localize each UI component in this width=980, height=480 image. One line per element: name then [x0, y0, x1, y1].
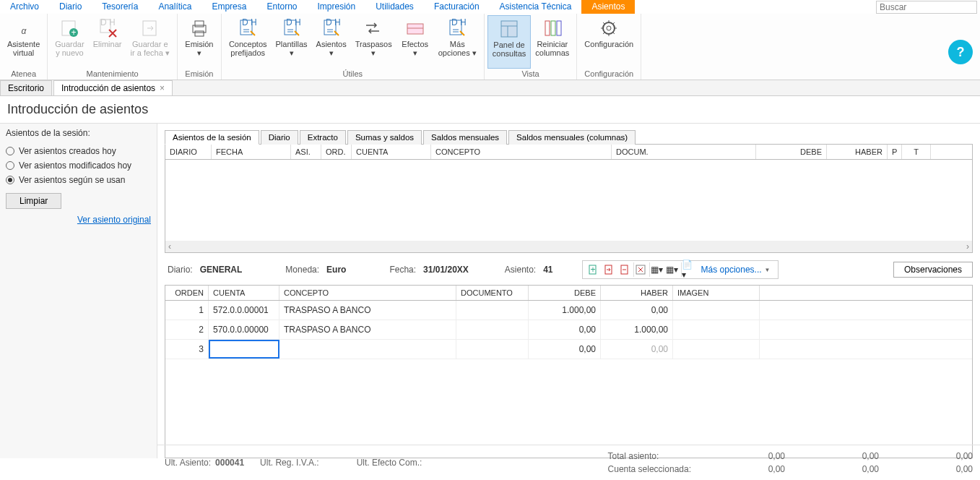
cell-orden[interactable]: 2	[165, 320, 209, 339]
more-options-dropdown[interactable]: Más opciones...▼	[697, 263, 775, 276]
sub-tab[interactable]: Asientos de la sesión	[165, 130, 259, 145]
col-header[interactable]: DIARIO	[165, 145, 212, 159]
ribbon-group-title: Útiles	[225, 69, 481, 80]
ribbon-group-title: Atenea	[3, 69, 44, 80]
grid-opts1-icon[interactable]: ▦▾	[649, 262, 664, 277]
sub-tab[interactable]: Saldos mensuales	[423, 130, 507, 145]
ribbon-reset-cols-button[interactable]: Reiniciar columnas	[531, 15, 573, 69]
cell-imagen[interactable]	[673, 320, 760, 339]
col-header[interactable]: IMAGEN	[673, 286, 760, 300]
cell-docum[interactable]	[456, 320, 529, 339]
cell-cuenta[interactable]	[209, 340, 279, 359]
col-header[interactable]: FECHA	[212, 145, 291, 159]
ribbon-effects-button[interactable]: Efectos ▾	[396, 15, 434, 69]
menu-facturación[interactable]: Facturación	[424, 0, 490, 14]
export-icon[interactable]: 📄▾	[681, 262, 695, 277]
table-row[interactable]: 2570.0.0.00000TRASPASO A BANCO0,001.000,…	[165, 320, 972, 340]
menu-diario[interactable]: Diario	[49, 0, 92, 14]
clear-button[interactable]: Limpiar	[6, 193, 61, 209]
observations-button[interactable]: Observaciones	[893, 262, 973, 278]
ribbon-delete-button: D HEliminar	[89, 15, 126, 69]
ribbon-more-button[interactable]: D HMás opciones ▾	[434, 15, 481, 69]
doc-tab[interactable]: Introducción de asientos×	[53, 80, 173, 95]
cell-concepto[interactable]: TRASPASO A BANCO	[279, 320, 456, 339]
cell-cuenta[interactable]: 570.0.0.00000	[209, 320, 279, 339]
cell-debe[interactable]: 0,00	[529, 320, 601, 339]
radio-option[interactable]: Ver asientos según se usan	[6, 173, 151, 187]
session-grid-body[interactable]	[165, 160, 972, 241]
menu-utilidades[interactable]: Utilidades	[365, 0, 424, 14]
ribbon-alpha-button[interactable]: αAsistente virtual	[3, 15, 44, 69]
menu-archivo[interactable]: Archivo	[0, 0, 49, 14]
cell-haber[interactable]: 1.000,00	[601, 320, 673, 339]
doc-add-icon[interactable]: +	[586, 262, 600, 277]
cell-docum[interactable]	[456, 340, 529, 359]
menu-empresa[interactable]: Empresa	[201, 0, 256, 14]
grid-delete-icon[interactable]	[633, 262, 648, 277]
cell-haber[interactable]: 0,00	[601, 301, 673, 320]
close-icon[interactable]: ×	[160, 83, 165, 93]
col-header[interactable]: CONCEPTO	[279, 286, 456, 300]
horizontal-scrollbar[interactable]: ‹›	[165, 241, 972, 252]
col-header[interactable]: T	[902, 145, 931, 159]
doc-arrow-icon[interactable]	[602, 262, 616, 277]
ribbon-print-button[interactable]: Emisión ▾	[181, 15, 218, 69]
ribbon-transfers-button[interactable]: Traspasos ▾	[351, 15, 396, 69]
cell-concepto[interactable]: TRASPASO A BANCO	[279, 301, 456, 320]
col-header[interactable]: CONCEPTO	[431, 145, 612, 159]
ribbon-label: Efectos ▾	[402, 40, 428, 57]
grid-opts2-icon[interactable]: ▦▾	[665, 262, 680, 277]
search-input[interactable]	[876, 1, 977, 14]
table-row[interactable]: 30,000,00	[165, 340, 972, 359]
col-header[interactable]: P	[888, 145, 902, 159]
col-header[interactable]: HABER	[827, 145, 888, 159]
original-entry-link[interactable]: Ver asiento original	[6, 215, 151, 225]
cell-cuenta[interactable]: 572.0.0.00001	[209, 301, 279, 320]
col-header[interactable]: DEBE	[529, 286, 601, 300]
ribbon-gear-button[interactable]: Configuración	[580, 15, 638, 69]
menu-asientos[interactable]: Asientos	[581, 0, 635, 14]
ribbon-panel-button[interactable]: Panel de consultas	[487, 15, 531, 69]
cell-concepto[interactable]	[279, 340, 456, 359]
col-header[interactable]: ASI.	[291, 145, 321, 159]
table-row[interactable]: 1572.0.0.00001TRASPASO A BANCO1.000,000,…	[165, 301, 972, 320]
col-header[interactable]: CUENTA	[352, 145, 431, 159]
radio-option[interactable]: Ver asientos creados hoy	[6, 144, 151, 158]
menu-analítica[interactable]: Analítica	[148, 0, 201, 14]
help-icon[interactable]: ?	[948, 40, 973, 64]
doc-tab-label: Escritorio	[8, 83, 44, 93]
ribbon-entries-button[interactable]: D HAsientos ▾	[312, 15, 351, 69]
sub-tab[interactable]: Sumas y saldos	[347, 130, 422, 145]
entry-lines-body[interactable]: 1572.0.0.00001TRASPASO A BANCO1.000,000,…	[165, 301, 972, 359]
cell-debe[interactable]: 1.000,00	[529, 301, 601, 320]
doc-minus-icon[interactable]	[617, 262, 632, 277]
sidebar-title: Asientos de la sesión:	[6, 128, 151, 138]
cell-debe[interactable]: 0,00	[529, 340, 601, 359]
col-header[interactable]: CUENTA	[209, 286, 279, 300]
radio-option[interactable]: Ver asientos modificados hoy	[6, 158, 151, 173]
cell-haber[interactable]: 0,00	[601, 340, 673, 359]
delete-icon: D H	[97, 18, 118, 38]
col-header[interactable]: HABER	[601, 286, 673, 300]
ribbon-templates-button[interactable]: D HPlantillas ▾	[272, 15, 312, 69]
col-header[interactable]: DOCUM.	[612, 145, 756, 159]
menu-entorno[interactable]: Entorno	[256, 0, 307, 14]
col-header[interactable]: DEBE	[756, 145, 827, 159]
doc-tab[interactable]: Escritorio	[0, 80, 52, 95]
cell-orden[interactable]: 3	[165, 340, 209, 359]
menu-asistencia técnica[interactable]: Asistencia Técnica	[490, 0, 582, 14]
sub-tab[interactable]: Extracto	[300, 130, 346, 145]
cell-imagen[interactable]	[673, 340, 760, 359]
sub-tab[interactable]: Diario	[261, 130, 298, 145]
cell-imagen[interactable]	[673, 301, 760, 320]
col-header[interactable]: DOCUMENTO	[456, 286, 529, 300]
menu-impresión[interactable]: Impresión	[307, 0, 365, 14]
sub-tab[interactable]: Saldos mensuales (columnas)	[508, 130, 636, 145]
ribbon-concepts-button[interactable]: D HConceptos prefijados	[225, 15, 272, 69]
col-header[interactable]: ORDEN	[165, 286, 209, 300]
menu-tesorería[interactable]: Tesorería	[92, 0, 148, 14]
svg-rect-24	[551, 21, 555, 35]
col-header[interactable]: ORD.	[321, 145, 352, 159]
cell-orden[interactable]: 1	[165, 301, 209, 320]
cell-docum[interactable]	[456, 301, 529, 320]
